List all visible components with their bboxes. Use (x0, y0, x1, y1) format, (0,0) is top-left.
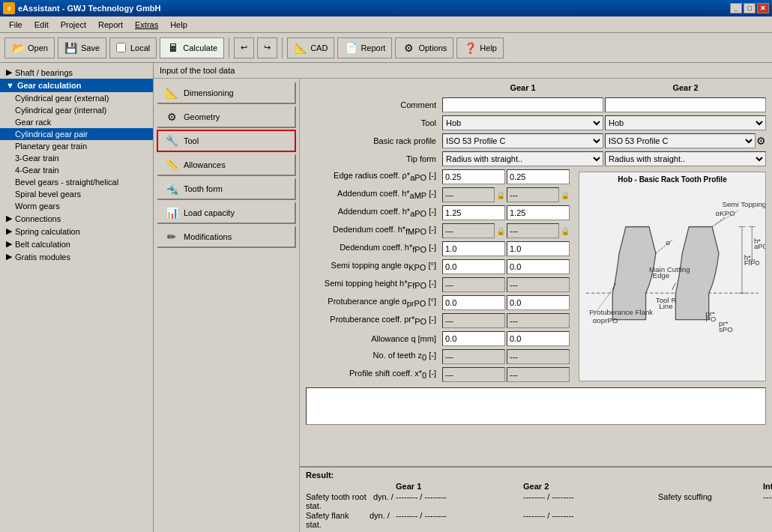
sidebar-item-bevel-gears[interactable]: Bevel gears - straight/helical (0, 176, 153, 188)
protuberance-coeff-gear2[interactable] (507, 313, 570, 328)
label-dedendum-fmpo: Dedendum coeff. h*fMPO [-] (306, 225, 441, 236)
sidebar-item-shaft-bearings[interactable]: ▶ Shaft / bearings (0, 66, 153, 79)
form-row-comment: Comment (303, 97, 769, 113)
redo-button[interactable]: ↪ (257, 37, 277, 58)
sidebar-item-cylindrical-gear-pair[interactable]: Cylindrical gear pair (0, 128, 153, 140)
addendum-amp-gear2[interactable] (507, 187, 559, 202)
sidebar-item-cylindrical-external[interactable]: Cylindrical gear (external) (0, 92, 153, 104)
sidebar-item-spring-calculation[interactable]: ▶ Spring calculation (0, 225, 153, 238)
sidebar-item-spiral-bevel[interactable]: Spiral bevel gears (0, 188, 153, 200)
report-icon: 📄 (344, 41, 358, 55)
protuberance-coeff-gear1[interactable] (442, 313, 505, 328)
semi-topping-height-gear1[interactable] (442, 277, 505, 292)
sidebar-item-worm-gears[interactable]: Worm gears (0, 200, 153, 212)
menu-file[interactable]: File (3, 19, 28, 31)
profile-shift-gear2[interactable] (507, 367, 570, 382)
allowance-gear2[interactable] (507, 331, 570, 346)
dedendum-fmpo-gear1[interactable] (442, 223, 495, 238)
menu-help[interactable]: Help (164, 19, 193, 31)
profile-shift-gear1[interactable] (442, 367, 505, 382)
form-area: Gear 1 Gear 2 Comment Tool Hob Hob (300, 79, 772, 466)
lock-icon-amp2: 🔒 (561, 191, 570, 199)
edge-radius-gear2[interactable] (507, 169, 570, 184)
svg-text:αKPO: αKPO (716, 209, 736, 217)
nav-geometry[interactable]: ⚙ Geometry (157, 106, 296, 128)
basic-rack-gear1[interactable]: ISO 53 Profile C (442, 133, 603, 148)
toolbar: 📂 Open 💾 Save Local 🖩 Calculate ↩ ↪ 📐 CA… (0, 33, 772, 63)
protuberance-angle-gear1[interactable] (442, 295, 505, 310)
tooth-form-icon: 🔩 (164, 181, 179, 196)
dedendum-fpo-gear1[interactable] (442, 241, 505, 256)
dedendum-fpo-gear2[interactable] (507, 241, 570, 256)
options-button[interactable]: ⚙ Options (395, 37, 453, 58)
cad-button[interactable]: 📐 CAD (287, 37, 334, 58)
rack-icon[interactable]: ⚙ (756, 135, 766, 147)
sidebar-item-4-gear-train[interactable]: 4-Gear train (0, 164, 153, 176)
report-button[interactable]: 📄 Report (337, 37, 392, 58)
no-teeth-gear1[interactable] (442, 349, 505, 364)
sidebar-item-connections[interactable]: ▶ Connections (0, 212, 153, 225)
no-teeth-gear2[interactable] (507, 349, 570, 364)
nav-modifications[interactable]: ✏ Modifications (157, 226, 296, 248)
result-bar: Result: Gear 1 Gear 2 Integral Flash Saf… (300, 466, 772, 532)
menu-report[interactable]: Report (92, 19, 129, 31)
addendum-apo-gear2[interactable] (507, 205, 570, 220)
menu-extras[interactable]: Extras (129, 19, 164, 31)
comment-gear2[interactable] (605, 97, 766, 112)
nav-allowances[interactable]: 📏 Allowances (157, 154, 296, 176)
menu-bar: File Edit Project Report Extras Help (0, 16, 772, 33)
semi-topping-height-gear2[interactable] (507, 277, 570, 292)
nav-load-capacity[interactable]: 📊 Load capacity (157, 202, 296, 224)
sidebar-item-belt-calculation[interactable]: ▶ Belt calculation (0, 238, 153, 250)
maximize-button[interactable]: □ (744, 3, 756, 13)
tool-gear1[interactable]: Hob (442, 115, 603, 130)
form-row-semi-topping-angle: Semi topping angle αKPO [°] (303, 259, 573, 275)
dedendum-fmpo-gear2[interactable] (507, 223, 559, 238)
tool-gear2[interactable]: Hob (605, 115, 766, 130)
chevron-right-icon-connections: ▶ (6, 214, 12, 223)
tip-form-gear2[interactable]: Radius with straight.. (605, 151, 766, 166)
sidebar-item-planetary-gear-train[interactable]: Planetary gear train (0, 140, 153, 152)
label-edge-radius: Edge radius coeff. ρ*aPO [-] (306, 171, 441, 182)
menu-project[interactable]: Project (55, 19, 92, 31)
svg-text:sPO: sPO (719, 325, 733, 333)
save-button[interactable]: 💾 Save (58, 37, 106, 58)
open-button[interactable]: 📂 Open (4, 37, 55, 58)
addendum-apo-gear1[interactable] (442, 205, 505, 220)
local-button[interactable]: Local (109, 37, 157, 58)
main-layout: ▶ Shaft / bearings ▼ Gear calculation Cy… (0, 63, 772, 532)
chevron-right-icon-gratis: ▶ (6, 252, 12, 262)
sidebar-gear-calculation[interactable]: ▼ Gear calculation (0, 79, 153, 92)
sidebar-item-3-gear-train[interactable]: 3-Gear train (0, 152, 153, 164)
geometry-icon: ⚙ (164, 109, 179, 124)
nav-dimensioning[interactable]: 📐 Dimensioning (157, 82, 296, 104)
basic-rack-gear2[interactable]: ISO 53 Profile C (605, 133, 756, 148)
sidebar-item-gear-rack[interactable]: Gear rack (0, 116, 153, 128)
menu-edit[interactable]: Edit (28, 19, 55, 31)
semi-topping-angle-gear2[interactable] (507, 259, 570, 274)
addendum-amp-gear1[interactable] (442, 187, 495, 202)
nav-tooth-form[interactable]: 🔩 Tooth form (157, 178, 296, 200)
allowance-gear1[interactable] (442, 331, 505, 346)
tip-form-gear1[interactable]: Radius with straight.. (442, 151, 603, 166)
chevron-down-icon: ▼ (6, 81, 14, 90)
form-row-basic-rack: Basic rack profile ISO 53 Profile C ISO … (303, 133, 769, 149)
minimize-button[interactable]: _ (730, 3, 742, 13)
comment-gear1[interactable] (442, 97, 603, 112)
sidebar-item-gratis-modules[interactable]: ▶ Gratis modules (0, 250, 153, 263)
load-capacity-icon: 📊 (164, 205, 179, 220)
close-button[interactable]: ✕ (757, 3, 769, 13)
window-controls[interactable]: _ □ ✕ (730, 3, 769, 13)
calculate-button[interactable]: 🖩 Calculate (160, 37, 224, 58)
protuberance-angle-gear2[interactable] (507, 295, 570, 310)
nav-tool[interactable]: 🔧 Tool (157, 130, 296, 152)
undo-button[interactable]: ↩ (234, 37, 254, 58)
local-checkbox[interactable] (116, 43, 126, 52)
diagram-title: Hob - Basic Rack Tooth Profile (618, 175, 726, 184)
help-button[interactable]: ❓ Help (456, 37, 504, 58)
content-panels: 📐 Dimensioning ⚙ Geometry 🔧 Tool 📏 Allow… (154, 79, 772, 532)
sidebar-item-cylindrical-internal[interactable]: Cylindrical gear (internal) (0, 104, 153, 116)
edge-radius-gear1[interactable] (442, 169, 505, 184)
undo-icon: ↩ (241, 43, 247, 52)
semi-topping-angle-gear1[interactable] (442, 259, 505, 274)
